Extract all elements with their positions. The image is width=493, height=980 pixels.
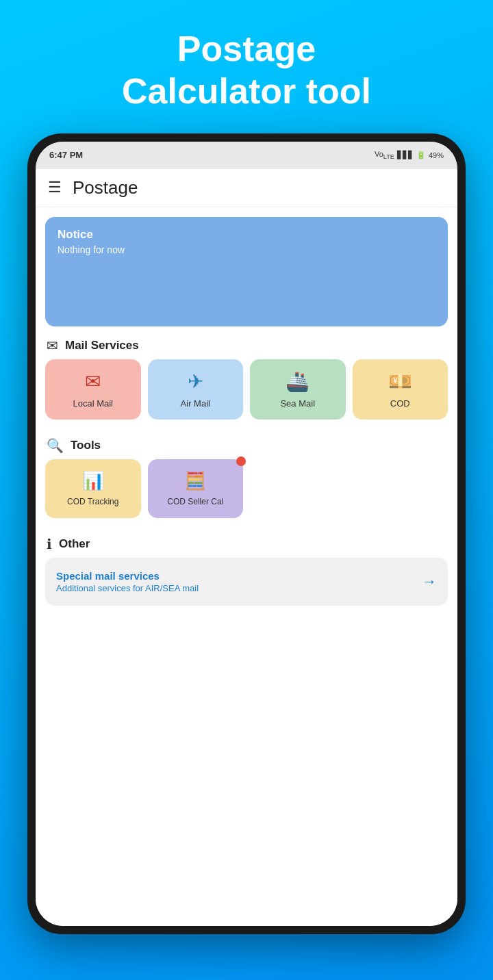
tools-search-icon: 🔍: [47, 437, 64, 454]
cod-seller-label: COD Seller Cal: [167, 497, 223, 508]
special-mail-text: Special mail services Additional service…: [56, 570, 199, 593]
phone-frame: 6:47 PM VoLTE ▋▋▋ 🔋 49% ☰ Postage Notice…: [27, 133, 466, 934]
cod-tracking-label: COD Tracking: [67, 497, 118, 508]
services-grid: ✉ Local Mail ✈ Air Mail 🚢 Sea Mail 💴 COD: [36, 359, 457, 426]
hero-title: Postage Calculator tool: [122, 27, 371, 113]
sea-mail-card[interactable]: 🚢 Sea Mail: [250, 359, 346, 420]
hamburger-icon[interactable]: ☰: [48, 179, 62, 196]
special-mail-sub: Additional services for AIR/SEA mail: [56, 583, 199, 593]
signal-icon: ▋▋▋: [397, 151, 414, 159]
arrow-right-icon: →: [422, 573, 437, 591]
other-header: ℹ Other: [36, 525, 457, 558]
mail-icon: ✉: [47, 337, 58, 354]
air-mail-icon: ✈: [188, 370, 203, 393]
special-mail-title: Special mail services: [56, 570, 199, 582]
notice-body: Nothing for now: [58, 244, 435, 255]
sea-mail-icon: 🚢: [286, 370, 309, 393]
status-time: 6:47 PM: [49, 150, 83, 160]
battery-icon: 🔋: [416, 151, 426, 159]
cod-tracking-icon: 📊: [82, 470, 104, 491]
notice-title: Notice: [58, 228, 435, 242]
nav-title: Postage: [73, 177, 138, 198]
cod-seller-icon: 🧮: [184, 470, 206, 491]
status-bar: 6:47 PM VoLTE ▋▋▋ 🔋 49%: [36, 142, 457, 169]
air-mail-label: Air Mail: [181, 398, 210, 409]
sea-mail-label: Sea Mail: [280, 398, 315, 409]
notice-card: Notice Nothing for now: [45, 217, 448, 326]
cod-seller-card[interactable]: 🧮 COD Seller Cal: [148, 459, 244, 519]
cod-label: COD: [390, 398, 410, 409]
phone-screen: 6:47 PM VoLTE ▋▋▋ 🔋 49% ☰ Postage Notice…: [36, 142, 457, 926]
battery-percent: 49%: [429, 151, 444, 159]
tools-header: 🔍 Tools: [36, 426, 457, 459]
notification-dot: [236, 456, 246, 466]
local-mail-label: Local Mail: [73, 398, 113, 409]
other-label: Other: [59, 537, 90, 551]
local-mail-card[interactable]: ✉ Local Mail: [45, 359, 141, 420]
tools-grid: 📊 COD Tracking 🧮 COD Seller Cal: [36, 459, 457, 526]
air-mail-card[interactable]: ✈ Air Mail: [148, 359, 244, 420]
app-content: ☰ Postage Notice Nothing for now ✉ Mail …: [36, 169, 457, 926]
tools-label: Tools: [71, 439, 101, 452]
network-icon: VoLTE: [375, 150, 394, 160]
special-mail-card[interactable]: Special mail services Additional service…: [45, 558, 448, 606]
cod-tracking-card[interactable]: 📊 COD Tracking: [45, 459, 141, 519]
local-mail-icon: ✉: [85, 370, 101, 393]
mail-services-header: ✉ Mail Services: [36, 326, 457, 359]
top-nav: ☰ Postage: [36, 169, 457, 207]
other-info-icon: ℹ: [47, 536, 52, 552]
mail-services-label: Mail Services: [65, 339, 139, 352]
cod-icon: 💴: [388, 370, 412, 393]
cod-card[interactable]: 💴 COD: [353, 359, 448, 420]
status-icons: VoLTE ▋▋▋ 🔋 49%: [375, 150, 444, 160]
